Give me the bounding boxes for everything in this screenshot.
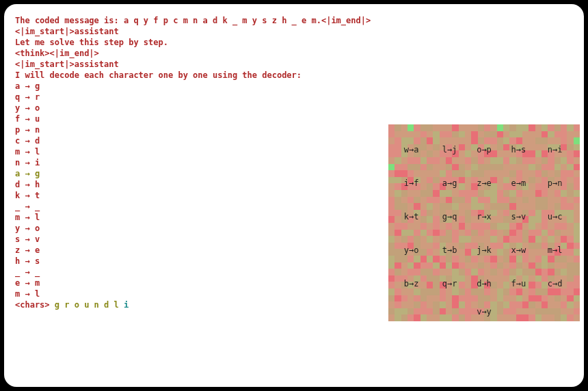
- heatmap-cell: [516, 243, 522, 250]
- heatmap-cell: [446, 157, 452, 164]
- heatmap-cell: [490, 314, 496, 321]
- heatmap-cell: [535, 236, 542, 243]
- heatmap-cell: [548, 177, 554, 184]
- heatmap-cell: [542, 308, 548, 315]
- heatmap-cell: [407, 230, 414, 237]
- heatmap-cell: [484, 262, 490, 269]
- heatmap-cell: [522, 177, 529, 184]
- heatmap-cell: [471, 262, 477, 269]
- heatmap-cell: [484, 236, 490, 243]
- heatmap-cell: [433, 295, 439, 302]
- heatmap-cell: [516, 183, 522, 190]
- heatmap-cell: [446, 282, 452, 288]
- heatmap-cell: [554, 230, 561, 237]
- heatmap-cell: [503, 249, 509, 256]
- heatmap-cell: [420, 203, 427, 210]
- heatmap-cell: [414, 236, 420, 243]
- heatmap-cell: [567, 256, 573, 262]
- heatmap-cell: [554, 210, 561, 217]
- heatmap-cell: [440, 150, 446, 157]
- heatmap-cell: [478, 170, 484, 177]
- heatmap-cell: [388, 249, 395, 256]
- heatmap-cell: [490, 230, 496, 237]
- heatmap-cell: [388, 137, 395, 144]
- heatmap-cell: [542, 236, 548, 243]
- heatmap-cell: [535, 249, 542, 256]
- heatmap-cell: [554, 197, 561, 204]
- heatmap-cell: [542, 269, 548, 275]
- heatmap-cell: [529, 137, 535, 144]
- heatmap-cell: [395, 256, 401, 262]
- heatmap-cell: [395, 249, 401, 256]
- heatmap-cell: [427, 216, 433, 223]
- heatmap-cell: [420, 236, 427, 243]
- heatmap-cell: [535, 301, 542, 308]
- heatmap-cell: [516, 269, 522, 275]
- heatmap-cell: [509, 249, 516, 256]
- heatmap-cell: [471, 177, 477, 184]
- heatmap-cell: [548, 210, 554, 217]
- heatmap-cell: [452, 164, 458, 171]
- heatmap-cell: [484, 223, 490, 230]
- heatmap-cell: [516, 210, 522, 217]
- heatmap-cell: [567, 288, 573, 295]
- heatmap-cell: [401, 256, 407, 262]
- heatmap-cell: [407, 301, 414, 308]
- heatmap-cell: [465, 275, 471, 282]
- heatmap-cell: [465, 223, 471, 230]
- heatmap-cell: [446, 288, 452, 295]
- heatmap-cell: [401, 236, 407, 243]
- heatmap-cell: [459, 131, 465, 138]
- heatmap-cell: [465, 301, 471, 308]
- heatmap-cell: [542, 144, 548, 151]
- heatmap-cell: [484, 216, 490, 223]
- terminal-line: a → g: [15, 81, 573, 92]
- terminal-line: I will decode each character one by one …: [15, 70, 573, 81]
- heatmap-cell: [561, 236, 567, 243]
- heatmap-cell: [414, 210, 420, 217]
- heatmap-cell: [503, 177, 509, 184]
- heatmap-cell: [509, 131, 516, 138]
- heatmap-cell: [516, 301, 522, 308]
- heatmap-cell: [490, 275, 496, 282]
- heatmap-cell: [535, 210, 542, 217]
- heatmap-cell: [465, 190, 471, 197]
- heatmap-cell: [509, 137, 516, 144]
- heatmap-cell: [446, 197, 452, 204]
- heatmap-cell: [516, 190, 522, 197]
- heatmap-cell: [529, 288, 535, 295]
- heatmap-cell: [420, 249, 427, 256]
- heatmap-cell: [440, 288, 446, 295]
- heatmap-cell: [446, 177, 452, 184]
- heatmap-cell: [420, 210, 427, 217]
- heatmap-cell: [535, 314, 542, 321]
- heatmap-cell: [420, 190, 427, 197]
- terminal-line: f → u: [15, 113, 573, 124]
- terminal-segment: The coded message is: a q y f p c m n a …: [15, 16, 371, 25]
- heatmap-cell: [440, 269, 446, 275]
- heatmap-cell: [516, 216, 522, 223]
- heatmap-cell: [554, 137, 561, 144]
- heatmap-cell: [574, 144, 580, 151]
- heatmap-cell: [420, 256, 427, 262]
- terminal-line: <think><|im_end|>: [15, 48, 573, 59]
- heatmap-cell: [484, 314, 490, 321]
- heatmap-cell: [471, 230, 477, 237]
- heatmap-cell: [433, 236, 439, 243]
- heatmap-cell: [567, 230, 573, 237]
- heatmap-cell: [574, 230, 580, 237]
- heatmap-cell: [427, 288, 433, 295]
- heatmap-cell: [465, 249, 471, 256]
- heatmap-cell: [561, 131, 567, 138]
- heatmap-cell: [446, 144, 452, 151]
- heatmap-cell: [542, 216, 548, 223]
- heatmap-cell: [535, 157, 542, 164]
- heatmap-cell: [503, 216, 509, 223]
- heatmap-cell: [407, 282, 414, 288]
- heatmap-cell: [542, 288, 548, 295]
- heatmap-cell: [446, 170, 452, 177]
- heatmap-cell: [414, 124, 420, 131]
- heatmap-cell: [433, 170, 439, 177]
- heatmap-cell: [548, 249, 554, 256]
- heatmap-cell: [427, 124, 433, 131]
